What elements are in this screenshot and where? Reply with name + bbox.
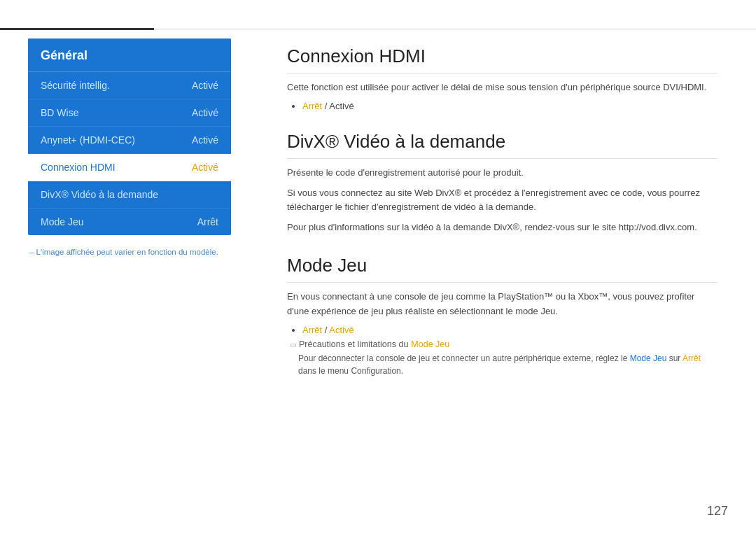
section-modejeu: Mode Jeu En vous connectant à une consol… bbox=[287, 255, 718, 378]
modejeu-active: Activé bbox=[329, 325, 354, 335]
modejeu-caution-suffix: dans le menu Configuration. bbox=[298, 366, 403, 376]
sidebar-item-connexion[interactable]: Connexion HDMI Activé bbox=[28, 154, 231, 181]
sidebar-item-securite[interactable]: Sécurité intellig. Activé bbox=[28, 72, 231, 99]
main-layout: Général Sécurité intellig. Activé BD Wis… bbox=[0, 38, 756, 534]
connexion-hdmi-arret: Arrêt bbox=[302, 101, 322, 111]
connexion-hdmi-bullets: Arrêt / Activé bbox=[287, 101, 718, 111]
sidebar-item-label-anynet: Anynet+ (HDMI-CEC) bbox=[41, 134, 135, 146]
modejeu-caution-link2: Arrêt bbox=[682, 353, 701, 363]
page-number: 127 bbox=[707, 504, 728, 519]
section-divx: DivX® Vidéo à la demande Présente le cod… bbox=[287, 131, 718, 235]
sidebar-item-value-anynet: Activé bbox=[192, 134, 218, 146]
sidebar-item-divx[interactable]: DivX® Vidéo à la demande bbox=[28, 181, 231, 209]
sidebar-item-modejeu[interactable]: Mode Jeu Arrêt bbox=[28, 209, 231, 235]
sidebar-item-value-modejeu: Arrêt bbox=[197, 216, 218, 227]
sidebar-note: – L'image affichée peut varier en foncti… bbox=[28, 248, 231, 256]
sidebar-menu: Général Sécurité intellig. Activé BD Wis… bbox=[28, 38, 231, 235]
connexion-hdmi-desc: Cette fonction est utilisée pour activer… bbox=[287, 80, 718, 95]
divx-desc-2: Si vous vous connectez au site Web DivX®… bbox=[287, 186, 718, 216]
section-title-modejeu: Mode Jeu bbox=[287, 255, 718, 283]
modejeu-caution-link1: Mode Jeu bbox=[630, 353, 667, 363]
modejeu-note-prefix: Précautions et limitations du bbox=[299, 339, 408, 349]
sidebar-item-bdwise[interactable]: BD Wise Activé bbox=[28, 99, 231, 127]
modejeu-bullets: Arrêt / Activé bbox=[287, 325, 718, 335]
sidebar-item-label-modejeu: Mode Jeu bbox=[41, 216, 83, 227]
modejeu-bullet-1: Arrêt / Activé bbox=[302, 325, 718, 335]
content-area: Connexion HDMI Cette fonction est utilis… bbox=[259, 38, 756, 534]
connexion-hdmi-active: Activé bbox=[329, 101, 354, 111]
sidebar: Général Sécurité intellig. Activé BD Wis… bbox=[0, 38, 259, 534]
section-connexion-hdmi: Connexion HDMI Cette fonction est utilis… bbox=[287, 45, 718, 111]
sidebar-item-label-divx: DivX® Vidéo à la demande bbox=[41, 189, 158, 200]
sidebar-item-value-securite: Activé bbox=[192, 80, 218, 91]
connexion-hdmi-bullet-1: Arrêt / Activé bbox=[302, 101, 718, 111]
sidebar-item-label-bdwise: BD Wise bbox=[41, 107, 78, 118]
sidebar-item-value-connexion: Activé bbox=[192, 162, 218, 173]
section-title-divx: DivX® Vidéo à la demande bbox=[287, 131, 718, 159]
section-title-connexion-hdmi: Connexion HDMI bbox=[287, 45, 718, 73]
sidebar-item-value-bdwise: Activé bbox=[192, 107, 218, 118]
modejeu-arret: Arrêt bbox=[302, 325, 322, 335]
modejeu-note: Précautions et limitations du Mode Jeu bbox=[287, 339, 718, 349]
sidebar-item-label-connexion: Connexion HDMI bbox=[41, 162, 115, 173]
sidebar-item-label-securite: Sécurité intellig. bbox=[41, 80, 110, 91]
divx-desc-3: Pour plus d'informations sur la vidéo à … bbox=[287, 220, 718, 235]
top-bar bbox=[0, 28, 756, 29]
modejeu-caution: Pour déconnecter la console de jeu et co… bbox=[287, 352, 718, 378]
sidebar-item-anynet[interactable]: Anynet+ (HDMI-CEC) Activé bbox=[28, 127, 231, 154]
sidebar-title: Général bbox=[28, 38, 231, 72]
top-bar-accent bbox=[0, 28, 154, 30]
modejeu-caution-middle: sur bbox=[669, 353, 682, 363]
modejeu-desc-1: En vous connectant à une console de jeu … bbox=[287, 290, 718, 319]
divx-desc-1: Présente le code d'enregistrement autori… bbox=[287, 166, 718, 181]
modejeu-note-link: Mode Jeu bbox=[411, 339, 449, 349]
top-bar-line bbox=[154, 29, 756, 29]
